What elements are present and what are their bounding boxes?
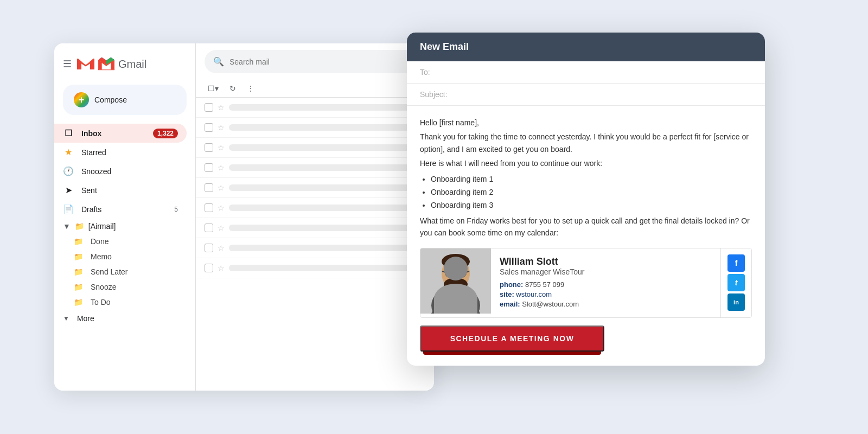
row-checkbox[interactable] [205,244,213,252]
twitter-button[interactable]: t [727,274,745,291]
svg-marker-15 [450,289,461,314]
row-checkbox[interactable] [205,103,213,112]
sent-label: Sent [81,186,97,195]
email-value: Slott@wstour.com [522,300,579,308]
star-icon[interactable]: ☆ [218,244,225,252]
sidebar-item-sent[interactable]: ➤ Sent [54,181,187,200]
table-row[interactable]: ☆ [196,238,434,258]
new-email-modal: New Email To: Subject: Hello [first name… [407,33,765,366]
table-row[interactable]: ☆ [196,158,434,178]
sidebar-item-starred[interactable]: ★ Starred [54,143,187,162]
email-preview-bar [229,164,425,171]
body-line1: Thank you for taking the time to connect… [420,131,752,155]
list-item: Onboarding item 3 [431,199,752,211]
person-avatar-svg [420,248,491,314]
sidebar-item-memo[interactable]: 📁 Memo [54,249,195,264]
facebook-icon: f [735,259,738,267]
row-checkbox[interactable] [205,264,213,272]
search-bar[interactable]: 🔍 [205,50,425,73]
svg-point-7 [442,254,470,269]
airmail-section-header[interactable]: ▼ 📁 [Airmail] [54,219,195,234]
site-value: wstour.com [516,290,552,298]
table-row[interactable]: ☆ [196,258,434,278]
signature-info: William Slott Sales manager WiseTour pho… [491,248,720,317]
search-input[interactable] [229,58,417,66]
sig-site: site: wstour.com [500,290,712,298]
to-field-row: To: [407,61,765,84]
star-icon[interactable]: ☆ [218,203,225,212]
star-icon[interactable]: ☆ [218,143,225,152]
linkedin-button[interactable]: in [727,293,745,311]
table-row[interactable]: ☆ [196,218,434,238]
search-icon: 🔍 [213,56,224,67]
sidebar-item-snoozed[interactable]: 🕐 Snoozed [54,162,187,181]
todo-label: To Do [91,298,111,307]
subject-input[interactable] [457,90,752,99]
row-checkbox[interactable] [205,224,213,232]
schedule-meeting-button[interactable]: SCHEDULE A MEETING NOW [420,326,604,352]
starred-label: Starred [81,148,106,157]
send-later-label: Send Later [91,267,128,276]
sidebar-item-inbox[interactable]: ☐ Inbox 1,322 [54,124,187,143]
gmail-m-icon [77,58,94,71]
email-body: Hello [first name], Thank you for taking… [407,106,765,366]
onboarding-list: Onboarding item 1 Onboarding item 2 Onbo… [431,173,752,212]
sidebar-item-more[interactable]: ▼ More [54,310,187,327]
star-icon[interactable]: ☆ [218,103,225,112]
sidebar-item-snooze[interactable]: 📁 Snooze [54,279,195,295]
table-row[interactable]: ☆ [196,138,434,158]
star-icon[interactable]: ☆ [218,264,225,272]
row-checkbox[interactable] [205,183,213,192]
svg-point-9 [445,267,455,277]
table-row[interactable]: ☆ [196,98,434,118]
drafts-badge: 5 [174,206,178,213]
table-row[interactable]: ☆ [196,198,434,218]
done-label: Done [91,237,108,246]
sidebar-item-todo[interactable]: 📁 To Do [54,295,195,310]
signature-social: f t in [720,248,751,317]
modal-title: New Email [420,41,469,53]
table-row[interactable]: ☆ [196,118,434,138]
facebook-button[interactable]: f [727,254,745,272]
svg-point-8 [444,278,468,291]
row-checkbox[interactable] [205,203,213,212]
menu-icon[interactable]: ☰ [63,58,72,70]
row-checkbox[interactable] [205,123,213,132]
email-preview-bar [229,265,425,271]
drafts-label: Drafts [81,205,101,214]
more-options-button[interactable]: ⋮ [244,82,258,95]
snoozed-label: Snoozed [81,167,111,176]
svg-marker-16 [453,289,458,314]
refresh-button[interactable]: ↻ [226,82,239,95]
to-label: To: [420,68,452,76]
compose-plus-icon: + [74,92,89,107]
email-toolbar: ☐▾ ↻ ⋮ [196,80,434,98]
row-checkbox[interactable] [205,143,213,152]
star-icon[interactable]: ☆ [218,163,225,172]
svg-point-10 [456,267,466,277]
sig-title: Sales manager WiseTour [500,267,712,276]
more-label: More [77,314,94,323]
sidebar-item-send-later[interactable]: 📁 Send Later [54,264,195,279]
star-icon[interactable]: ☆ [218,183,225,192]
select-all-checkbox[interactable]: ☐▾ [205,82,222,95]
subject-field-row: Subject: [407,84,765,106]
cta-button-container: SCHEDULE A MEETING NOW [420,326,604,355]
starred-icon: ★ [63,147,74,157]
table-row[interactable]: ☆ [196,178,434,198]
compose-button[interactable]: + Compose [63,85,187,115]
sidebar-item-done[interactable]: 📁 Done [54,234,195,249]
star-icon[interactable]: ☆ [218,123,225,132]
twitter-icon: t [735,278,738,287]
to-input[interactable] [457,68,752,76]
email-preview-bar [229,205,425,211]
send-later-folder-icon: 📁 [74,267,83,276]
drafts-icon: 📄 [63,204,74,214]
email-label: email: [500,300,520,308]
memo-label: Memo [91,252,112,261]
svg-point-3 [431,286,480,314]
sidebar-item-drafts[interactable]: 📄 Drafts 5 [54,200,187,219]
row-checkbox[interactable] [205,163,213,172]
star-icon[interactable]: ☆ [218,224,225,232]
subject-label: Subject: [420,90,452,99]
